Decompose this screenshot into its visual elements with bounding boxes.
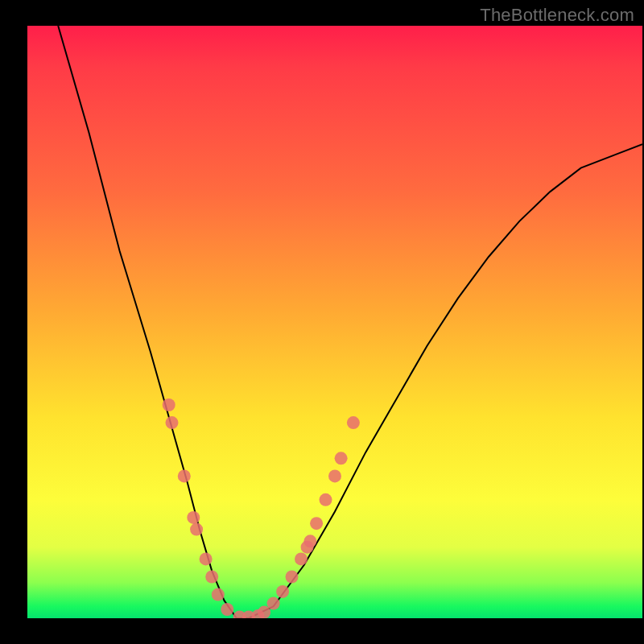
data-marker [328,469,341,482]
data-marker [163,398,175,411]
data-marker [303,535,316,547]
data-marker [212,588,225,601]
data-marker [320,493,332,506]
marker-group [163,398,360,618]
data-marker [221,603,233,616]
data-marker [205,571,218,584]
watermark-label: TheBottleneck.com [480,5,634,26]
plot-area [27,26,642,618]
data-marker [276,585,289,598]
data-marker [286,571,299,584]
data-marker [190,523,203,536]
bottleneck-curve [58,26,642,618]
curve-svg [27,26,642,618]
data-marker [178,469,191,482]
data-marker [200,552,213,565]
chart-root: TheBottleneck.com [0,0,644,644]
data-marker [295,552,308,565]
data-marker [166,416,179,429]
data-marker [335,452,348,464]
data-marker [347,416,360,429]
data-marker [310,517,323,530]
data-marker [187,511,200,524]
data-marker [267,597,280,610]
